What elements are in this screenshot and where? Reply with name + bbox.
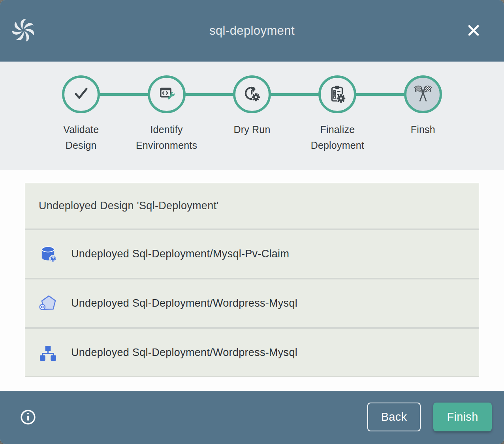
history-gear-icon [242, 84, 262, 105]
step-label: Finsh [388, 122, 458, 137]
status-text: Undeployed Sql-Deployment/Wordpress-Mysq… [71, 347, 297, 359]
finish-button[interactable]: Finish [433, 403, 492, 431]
clipboard-checklist-gear-icon [327, 84, 347, 105]
status-row-wordpress-mysql-service: Undeployed Sql-Deployment/Wordpress-Mysq… [25, 279, 479, 327]
step-circle-dry-run[interactable] [233, 75, 271, 113]
code-wrench-icon [157, 84, 176, 105]
status-text: Undeployed Sql-Deployment/Wordpress-Mysq… [71, 297, 297, 309]
dialog-title: sql-deployment [0, 0, 504, 62]
step-label: Identify Environments [132, 122, 201, 153]
org-chart-icon [39, 343, 57, 362]
status-text: Undeployed Design 'Sql-Deployment' [39, 200, 219, 212]
step-finish: Finsh [380, 75, 466, 153]
check-icon [71, 83, 91, 105]
step-label: Finalize Deployment [303, 122, 372, 153]
status-text: Undeployed Sql-Deployment/Mysql-Pv-Claim [71, 248, 289, 260]
status-list: Undeployed Design 'Sql-Deployment' ? Und… [25, 183, 479, 377]
step-circle-finalize-deployment[interactable] [318, 75, 356, 113]
step-circle-finish[interactable] [404, 75, 442, 113]
step-circle-identify-environments[interactable] [148, 75, 186, 113]
deployment-wizard-dialog: sql-deployment Validate Design [0, 0, 504, 444]
status-row-wordpress-mysql-tier: Undeployed Sql-Deployment/Wordpress-Mysq… [25, 329, 479, 377]
svg-text:?: ? [52, 257, 54, 261]
step-identify-environments: Identify Environments [124, 75, 209, 153]
pentagon-service-icon [39, 294, 57, 313]
info-icon[interactable] [20, 409, 36, 425]
database-icon: ? [39, 245, 57, 263]
step-label: Validate Design [46, 122, 116, 153]
wizard-stepper: Validate Design [0, 62, 504, 170]
checkered-flags-icon [412, 83, 434, 106]
close-icon[interactable] [465, 22, 482, 39]
back-button[interactable]: Back [367, 403, 421, 431]
status-row-design: Undeployed Design 'Sql-Deployment' [25, 183, 479, 229]
status-row-mysql-pv-claim: ? Undeployed Sql-Deployment/Mysql-Pv-Cla… [25, 230, 479, 278]
deployment-status-panel: Undeployed Design 'Sql-Deployment' ? Und… [0, 170, 504, 391]
dialog-footer: Back Finish [0, 391, 504, 444]
step-label: Dry Run [217, 122, 287, 137]
step-dry-run: Dry Run [209, 75, 295, 153]
step-circle-validate-design[interactable] [62, 75, 100, 113]
step-finalize-deployment: Finalize Deployment [295, 75, 380, 153]
dialog-header: sql-deployment [0, 0, 504, 62]
step-validate-design: Validate Design [38, 75, 124, 153]
